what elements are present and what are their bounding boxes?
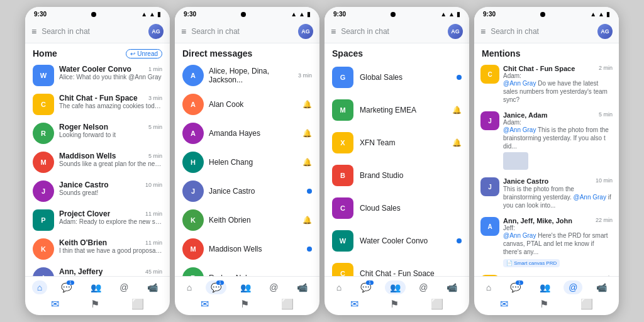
user-avatar[interactable]: AG — [597, 24, 613, 39]
nav-tab-dm[interactable]: 1 💬 — [206, 280, 226, 294]
nav-tab-mentions[interactable]: @ — [114, 280, 133, 294]
chat-time-2: 5 min — [148, 124, 162, 130]
space-bell-2[interactable]: 🔔 — [452, 138, 462, 147]
mention-item-4[interactable]: C Chit Chat - Fun Space 35 min Roger: @A… — [474, 271, 619, 276]
camera-icon[interactable]: ⬜ — [580, 298, 593, 310]
dm-item-3[interactable]: H Helen Chang 🔔 — [175, 148, 319, 177]
menu-icon[interactable]: ≡ — [480, 26, 486, 36]
bell-icon-3[interactable]: 🔔 — [303, 158, 312, 167]
nav-tab-spaces[interactable]: 👥 — [235, 280, 256, 294]
chat-item-6[interactable]: K Keith O'Brien 11 min I thin that we ha… — [25, 235, 170, 264]
mentions-nav-icon: @ — [569, 282, 577, 292]
status-bar: 9:30 ▲ ▲ ▮ — [474, 7, 619, 20]
user-avatar[interactable]: AG — [148, 24, 164, 39]
wifi-icon: ▲ — [291, 11, 297, 18]
dm-item-4[interactable]: J Janice Castro — [175, 177, 319, 206]
space-item-4[interactable]: C Cloud Sales — [325, 192, 469, 225]
dm-avatar-4: J — [182, 180, 204, 202]
dm-item-6[interactable]: M Maddison Wells — [175, 235, 319, 264]
mention-item-3[interactable]: A Ann, Jeff, Mike, John 22 min Jeff: @An… — [474, 213, 619, 271]
nav-tab-spaces[interactable]: 👥 — [86, 280, 106, 294]
nav-tab-home[interactable]: ⌂ — [331, 280, 347, 294]
dm-avatar-7: R — [182, 267, 204, 276]
menu-icon[interactable]: ≡ — [31, 26, 36, 36]
chat-item-3[interactable]: M Maddison Wells 5 min Sounds like a gre… — [25, 148, 170, 177]
nav-tab-mentions[interactable]: @ — [564, 280, 582, 294]
nav-badge-dm: 1 — [216, 280, 224, 285]
flag-icon[interactable]: ⚑ — [540, 298, 548, 310]
dm-avatar-5: K — [182, 209, 204, 231]
user-avatar[interactable]: AG — [298, 24, 313, 39]
nav-tab-meet[interactable]: 📹 — [441, 280, 462, 294]
mail-icon[interactable]: ✉ — [51, 298, 59, 310]
nav-tab-meet[interactable]: 📹 — [591, 280, 612, 294]
chat-item-5[interactable]: P Project Clover 11 min Adam: Ready to e… — [25, 206, 170, 235]
dm-item-0[interactable]: A Alice, Hope, Dina, Jackson... 3 min — [175, 61, 319, 90]
space-item-6[interactable]: C Chit Chat - Fun Space — [325, 257, 469, 276]
bell-icon-5[interactable]: 🔔 — [303, 216, 312, 225]
space-item-0[interactable]: G Global Sales — [325, 61, 469, 94]
chat-item-7[interactable]: A Ann, Jeffery 45 min What do you think … — [25, 264, 170, 276]
space-item-3[interactable]: B Brand Studio — [325, 159, 469, 192]
nav-tab-mentions[interactable]: @ — [414, 280, 433, 294]
menu-icon[interactable]: ≡ — [331, 26, 336, 36]
nav-tab-meet[interactable]: 📹 — [142, 280, 163, 294]
mention-text-1: @Ann Gray This is the photo from the bra… — [503, 126, 613, 150]
mail-icon[interactable]: ✉ — [500, 298, 508, 310]
phone-dm: 9:30 ▲ ▲ ▮ ≡ Search in chat AG Direct me… — [175, 7, 319, 315]
search-input[interactable]: Search in chat — [341, 27, 443, 36]
mail-icon[interactable]: ✉ — [201, 298, 209, 310]
chat-item-4[interactable]: J Janice Castro 10 min Sounds great! — [25, 177, 170, 206]
chat-time-4: 10 min — [145, 182, 162, 188]
user-avatar[interactable]: AG — [448, 24, 463, 39]
flag-icon[interactable]: ⚑ — [91, 298, 99, 310]
nav-tab-home[interactable]: ⌂ — [182, 280, 197, 294]
nav-tab-spaces[interactable]: 👥 — [535, 280, 555, 294]
search-input[interactable]: Search in chat — [491, 27, 592, 36]
dm-item-7[interactable]: R Rodger Nelson — [175, 264, 319, 276]
space-item-1[interactable]: M Marketing EMEA 🔔 — [325, 94, 469, 126]
nav-tab-spaces[interactable]: 👥 — [385, 280, 406, 294]
space-name-4: Cloud Sales — [360, 204, 462, 213]
chat-content-4: Janice Castro 10 min Sounds great! — [59, 180, 162, 196]
mention-item-2[interactable]: J Janice Castro 10 min This is the photo… — [474, 174, 619, 213]
mail-icon[interactable]: ✉ — [350, 298, 358, 310]
chat-name-2: Roger Nelson — [59, 123, 108, 131]
search-input[interactable]: Search in chat — [42, 27, 143, 36]
bottom-bar: ✉ ⚑ ⬜ — [474, 296, 619, 314]
camera-icon[interactable]: ⬜ — [281, 298, 294, 310]
mention-avatar-1: J — [480, 111, 499, 130]
dm-item-5[interactable]: K Keith Obrien 🔔 — [175, 206, 319, 235]
flag-icon[interactable]: ⚑ — [240, 298, 249, 310]
chat-item-0[interactable]: W Water Cooler Convo 1 min Alice: What d… — [25, 61, 170, 90]
bell-icon-1[interactable]: 🔔 — [303, 100, 312, 109]
nav-tab-dm[interactable]: 1 💬 — [355, 280, 376, 294]
dm-item-2[interactable]: A Amanda Hayes 🔔 — [175, 119, 319, 148]
unread-badge[interactable]: ↩ Unread — [126, 49, 162, 58]
chat-item-2[interactable]: R Roger Nelson 5 min Looking forward to … — [25, 119, 170, 148]
camera-icon[interactable]: ⬜ — [431, 298, 443, 310]
dm-avatar-2: A — [182, 123, 204, 144]
mentions-nav-icon: @ — [119, 282, 128, 292]
search-input[interactable]: Search in chat — [191, 27, 293, 36]
nav-tab-home[interactable]: ⌂ — [481, 280, 496, 294]
mention-item-0[interactable]: C Chit Chat - Fun Space 2 min Adam: @Ann… — [474, 61, 619, 108]
nav-tab-mentions[interactable]: @ — [264, 280, 283, 294]
space-item-5[interactable]: W Water Cooler Convo — [325, 225, 469, 257]
space-item-2[interactable]: X XFN Team 🔔 — [325, 126, 469, 159]
space-bell-1[interactable]: 🔔 — [452, 106, 462, 114]
flag-icon[interactable]: ⚑ — [390, 298, 399, 310]
camera-icon[interactable]: ⬜ — [131, 298, 144, 310]
nav-tab-meet[interactable]: 📹 — [292, 280, 313, 294]
menu-icon[interactable]: ≡ — [181, 26, 186, 36]
meet-nav-icon: 📹 — [147, 282, 158, 292]
nav-tab-home[interactable]: ⌂ — [32, 280, 47, 294]
mention-item-1[interactable]: J Janice, Adam 5 min Adam: @Ann Gray Thi… — [474, 108, 619, 174]
dm-item-1[interactable]: A Alan Cook 🔔 — [175, 90, 319, 119]
chat-item-1[interactable]: C Chit Chat - Fun Space 3 min The cafe h… — [25, 90, 170, 119]
nav-tab-dm[interactable]: 1 💬 — [56, 280, 77, 294]
space-name-6: Chit Chat - Fun Space — [360, 269, 462, 276]
dm-name-5: Keith Obrien — [209, 216, 297, 225]
bell-icon-2[interactable]: 🔔 — [303, 129, 312, 138]
nav-tab-dm[interactable]: 1 💬 — [505, 280, 526, 294]
